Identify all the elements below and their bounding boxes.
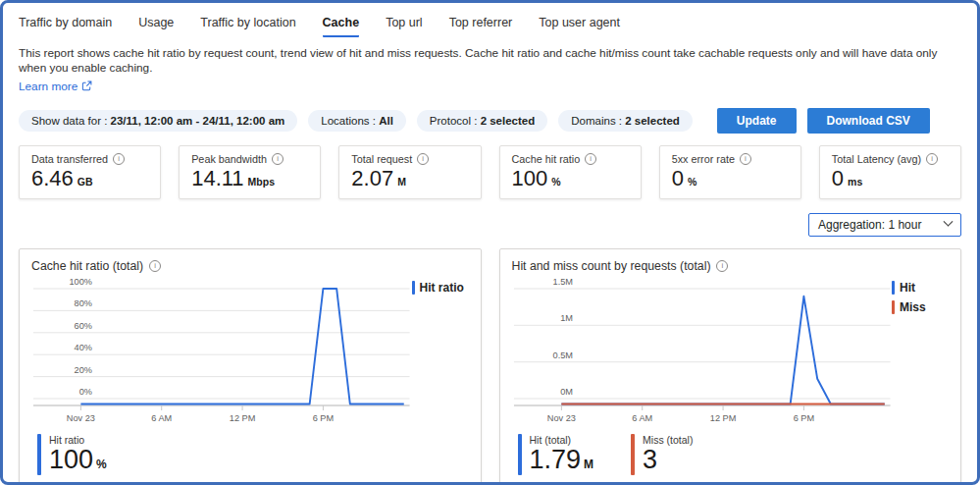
cache-hit-ratio-chart: 0%20%40%60%80%100%Nov 236 AM12 PM6 PM — [31, 279, 412, 432]
metric-label: 5xx error rate — [672, 153, 735, 165]
tab-top-referrer[interactable]: Top referrer — [449, 16, 513, 37]
svg-text:12 PM: 12 PM — [230, 413, 256, 423]
chart-summary: Hit ratio100% — [31, 434, 469, 475]
filter-bar: Show data for : 23/11, 12:00 am - 24/11,… — [19, 108, 961, 134]
metric-value: 100% — [512, 166, 629, 191]
legend-item[interactable]: Miss — [892, 300, 949, 314]
svg-text:60%: 60% — [75, 320, 92, 330]
filter-value: 2 selected — [625, 115, 680, 127]
metric-value: 6.46GB — [31, 166, 148, 191]
metric-card-total-latency: Total Latency (avg) 0ms — [819, 145, 961, 199]
chart-summary: Hit (total)1.79MMiss (total)3 — [512, 434, 950, 475]
tab-usage[interactable]: Usage — [138, 16, 174, 37]
metric-value: 14.11Mbps — [191, 166, 308, 191]
summary-item: Hit (total)1.79M — [518, 434, 594, 475]
info-icon[interactable] — [716, 260, 728, 272]
tab-cache[interactable]: Cache — [323, 16, 360, 37]
svg-text:6 PM: 6 PM — [793, 413, 814, 423]
info-icon[interactable] — [585, 153, 596, 165]
svg-text:80%: 80% — [75, 298, 92, 308]
hit-miss-count-chart-panel: Hit and miss count by requests (total) 0… — [499, 248, 962, 484]
summary-color-bar — [631, 434, 635, 475]
update-button[interactable]: Update — [717, 108, 797, 134]
svg-text:12 PM: 12 PM — [709, 413, 736, 423]
svg-text:0.5M: 0.5M — [552, 350, 573, 359]
external-link-icon — [81, 81, 92, 91]
svg-text:1.5M: 1.5M — [552, 279, 573, 287]
metric-card-data-transferred: Data transferred 6.46GB — [19, 145, 161, 199]
metric-card-cache-hit-ratio: Cache hit ratio 100% — [499, 145, 642, 199]
legend-label: Miss — [900, 300, 926, 314]
metric-card-5xx-error-rate: 5xx error rate 0% — [659, 145, 801, 199]
filter-pill-domains[interactable]: Domains : 2 selected — [558, 110, 693, 132]
svg-text:100%: 100% — [69, 279, 92, 287]
aggregation-dropdown[interactable]: Aggregation: 1 hour — [808, 213, 961, 237]
chevron-down-icon — [944, 217, 954, 227]
chart-legend: Hit ratio — [412, 279, 469, 432]
filter-pill-protocol[interactable]: Protocol : 2 selected — [417, 110, 547, 132]
metric-label: Total Latency (avg) — [832, 153, 921, 165]
chart-legend: HitMiss — [892, 279, 949, 432]
metric-value: 0ms — [832, 166, 949, 191]
summary-color-bar — [37, 434, 41, 475]
download-csv-button[interactable]: Download CSV — [807, 108, 930, 134]
summary-value: 100% — [49, 446, 107, 475]
legend-item[interactable]: Hit — [892, 281, 949, 295]
filter-value: All — [379, 115, 393, 127]
filter-label: Locations : — [321, 115, 376, 127]
hit-miss-count-chart: 0M0.5M1M1.5MNov 236 AM12 PM6 PM — [512, 279, 893, 432]
cache-report-page: Traffic by domain Usage Traffic by locat… — [3, 3, 977, 482]
metric-card-total-request: Total request 2.07M — [338, 145, 481, 199]
metric-cards: Data transferred 6.46GB Peak bandwidth 1… — [19, 145, 961, 199]
metric-value: 0% — [672, 166, 789, 191]
metric-value: 2.07M — [351, 166, 468, 191]
summary-value: 1.79M — [530, 446, 594, 475]
summary-value: 3 — [643, 446, 693, 475]
metric-label: Data transferred — [31, 153, 108, 165]
info-icon[interactable] — [149, 260, 161, 272]
filter-pill-locations[interactable]: Locations : All — [308, 110, 406, 132]
metric-label: Peak bandwidth — [191, 153, 267, 165]
svg-text:6 PM: 6 PM — [313, 413, 335, 423]
summary-label: Hit ratio — [49, 434, 107, 446]
filter-pill-date-range[interactable]: Show data for : 23/11, 12:00 am - 24/11,… — [19, 110, 297, 132]
summary-label: Hit (total) — [530, 434, 594, 446]
report-description: This report shows cache hit ratio by req… — [19, 46, 961, 77]
aggregation-row: Aggregation: 1 hour — [19, 213, 961, 237]
report-tabs: Traffic by domain Usage Traffic by locat… — [19, 13, 961, 37]
info-icon[interactable] — [740, 153, 751, 165]
filter-value: 23/11, 12:00 am - 24/11, 12:00 am — [111, 115, 285, 127]
legend-color-bar — [892, 281, 895, 295]
filter-label: Show data for : — [31, 115, 107, 127]
svg-text:Nov 23: Nov 23 — [546, 413, 575, 423]
svg-text:0%: 0% — [79, 387, 92, 397]
legend-color-bar — [892, 300, 895, 314]
learn-more-link[interactable]: Learn more — [19, 80, 92, 93]
svg-text:Nov 23: Nov 23 — [67, 413, 95, 423]
legend-color-bar — [412, 281, 415, 295]
info-icon[interactable] — [113, 153, 125, 165]
svg-text:6 AM: 6 AM — [632, 413, 652, 423]
info-icon[interactable] — [926, 153, 938, 165]
summary-label: Miss (total) — [643, 434, 693, 446]
tab-traffic-by-domain[interactable]: Traffic by domain — [19, 16, 112, 37]
metric-label: Cache hit ratio — [512, 153, 581, 165]
info-icon[interactable] — [272, 153, 284, 165]
svg-text:40%: 40% — [75, 343, 92, 352]
tab-top-url[interactable]: Top url — [386, 16, 423, 37]
aggregation-value: Aggregation: 1 hour — [818, 218, 921, 232]
summary-color-bar — [518, 434, 522, 475]
info-icon[interactable] — [417, 153, 429, 165]
svg-text:1M: 1M — [560, 313, 573, 323]
svg-text:0M: 0M — [560, 387, 573, 397]
chart-title: Hit and miss count by requests (total) — [512, 259, 711, 273]
filter-label: Protocol : — [430, 115, 478, 127]
tab-traffic-by-location[interactable]: Traffic by location — [200, 16, 295, 37]
filter-value: 2 selected — [481, 115, 536, 127]
chart-title: Cache hit ratio (total) — [31, 259, 143, 273]
legend-label: Hit — [900, 281, 915, 295]
metric-card-peak-bandwidth: Peak bandwidth 14.11Mbps — [179, 145, 321, 199]
summary-item: Hit ratio100% — [37, 434, 107, 475]
tab-top-user-agent[interactable]: Top user agent — [539, 16, 620, 37]
legend-item[interactable]: Hit ratio — [412, 281, 469, 295]
